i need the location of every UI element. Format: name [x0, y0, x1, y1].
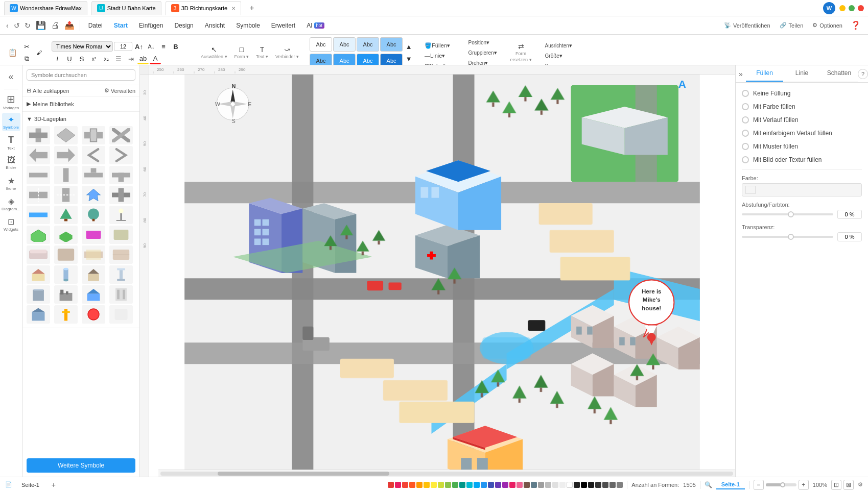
style-6[interactable]: Abc	[333, 54, 356, 65]
right-panel-help-button[interactable]: ?	[858, 69, 868, 79]
add-page-button[interactable]: +	[49, 480, 59, 490]
undo-button[interactable]: ↺	[12, 20, 22, 31]
style-5[interactable]: Abc	[310, 54, 332, 65]
manage-button[interactable]: ⚙ Verwalten	[104, 87, 135, 94]
indent-button[interactable]: ⇥	[125, 53, 136, 64]
color-swatch-black[interactable]	[581, 482, 587, 488]
symbol-road-1[interactable]	[27, 166, 50, 184]
color-swatch-indigo[interactable]	[488, 482, 494, 488]
fit-page-button[interactable]: ⊡	[831, 480, 841, 490]
style-8[interactable]: Abc	[380, 54, 403, 65]
publish-button[interactable]: 📡 Veröffentlichen	[720, 20, 775, 31]
symbol-tower-cranes[interactable]	[54, 305, 78, 324]
nav-back-button[interactable]: ‹	[4, 20, 11, 31]
symbol-plane-icon[interactable]	[82, 186, 105, 204]
color-swatch-almost-black[interactable]	[574, 482, 580, 488]
zoom-in-button[interactable]: +	[799, 480, 809, 490]
export-button[interactable]: 📤	[62, 19, 77, 31]
symbol-building-1[interactable]	[27, 285, 50, 304]
align-button[interactable]: Ausrichten ▾	[542, 41, 575, 50]
symbol-x-cross-1[interactable]	[27, 126, 50, 144]
format-paint-button[interactable]: 🖌	[33, 47, 44, 58]
color-swatch-amber[interactable]	[424, 482, 430, 488]
right-panel-collapse-button[interactable]: »	[736, 70, 746, 78]
style-4[interactable]: Abc	[380, 37, 403, 52]
settings-icon-button[interactable]: ⚙	[858, 481, 863, 488]
menu-einfuegen[interactable]: Einfügen	[134, 20, 168, 31]
menu-design[interactable]: Design	[169, 20, 198, 31]
shadow-tab[interactable]: Schatten	[820, 65, 858, 82]
symbol-pillar[interactable]	[109, 265, 133, 284]
symbol-chevron-left[interactable]	[82, 146, 105, 164]
menu-ansicht[interactable]: Ansicht	[200, 20, 230, 31]
color-swatch-brown[interactable]	[524, 482, 530, 488]
sidebar-item-diagrams[interactable]: ◈ Diagram...	[2, 194, 20, 213]
symbol-search-input[interactable]	[27, 69, 135, 81]
canvas-content[interactable]: N S W E	[149, 75, 735, 477]
h-scrollbar-thumb[interactable]	[218, 472, 389, 476]
symbol-small-house[interactable]	[82, 265, 105, 284]
symbol-x-cross-2[interactable]	[54, 126, 78, 144]
symbol-x-cross-4[interactable]	[109, 126, 133, 144]
farbe-color-picker[interactable]	[742, 183, 862, 196]
symbol-block-3[interactable]	[82, 226, 105, 244]
font-shrink-button[interactable]: A↓	[146, 41, 157, 52]
lock-button[interactable]: Sperren ▾	[542, 61, 570, 65]
align-button[interactable]: ≡	[158, 41, 169, 52]
save-button[interactable]: 💾	[34, 19, 48, 31]
symbol-block-tan-4[interactable]	[109, 245, 133, 264]
size-button[interactable]: Größe ▾	[542, 51, 566, 60]
symbol-blue-roof[interactable]	[27, 305, 50, 324]
symbol-block-tan-2[interactable]	[54, 245, 78, 264]
sidebar-item-images[interactable]: 🖼 Bilder	[2, 154, 20, 172]
symbol-road-3[interactable]	[82, 166, 105, 184]
font-grow-button[interactable]: A↑	[133, 41, 145, 52]
symbol-pillar-2[interactable]	[109, 285, 133, 304]
zoom-slider-thumb[interactable]	[780, 482, 785, 487]
style-3[interactable]: Abc	[357, 37, 379, 52]
bold-button[interactable]: B	[170, 41, 181, 52]
color-swatch-teal[interactable]	[459, 482, 465, 488]
symbol-road-4[interactable]	[109, 166, 133, 184]
symbol-line-blue[interactable]	[27, 206, 50, 224]
position-button[interactable]: Position ▾	[465, 38, 493, 47]
style-1[interactable]: Abc	[310, 37, 332, 52]
symbol-arrow-right[interactable]	[54, 146, 78, 164]
symbol-block-green-2[interactable]	[54, 226, 78, 244]
italic-button[interactable]: I	[52, 53, 63, 64]
symbol-x-cross-3[interactable]	[82, 126, 105, 144]
abstufung-thumb[interactable]	[788, 211, 794, 217]
color-swatch-red2[interactable]	[402, 482, 408, 488]
symbol-block-4[interactable]	[109, 226, 133, 244]
color-swatch-red[interactable]	[388, 482, 394, 488]
connector-button[interactable]: ⤻ Verbinder ▾	[272, 43, 302, 62]
symbol-partial[interactable]	[109, 305, 133, 324]
color-swatch-blue-grey[interactable]	[531, 482, 537, 488]
font-family-select[interactable]: Times New Roman Arial Calibri	[52, 41, 113, 52]
symbol-road-7[interactable]	[109, 186, 133, 204]
tab-richtungskarte[interactable]: 3 3D Richtungskarte ✕	[166, 1, 242, 15]
symbol-block-green-1[interactable]	[27, 226, 50, 244]
collapse-all-button[interactable]: ⊟ Alle zuklappen	[27, 87, 69, 94]
symbol-road-2[interactable]	[54, 166, 78, 184]
fill-option-simple-gradient[interactable]: Mit einfarbigem Verlauf füllen	[742, 129, 862, 138]
group-button[interactable]: Gruppieren ▾	[465, 48, 500, 57]
color-swatch-grey2[interactable]	[617, 482, 623, 488]
cut-button[interactable]: ✂	[21, 41, 32, 52]
symbol-factory[interactable]	[54, 285, 78, 304]
color-swatch-deep-purple[interactable]	[502, 482, 508, 488]
paste-button[interactable]: 📋	[5, 43, 20, 62]
print-button[interactable]: 🖨	[49, 20, 61, 31]
symbol-cylinder[interactable]	[54, 265, 78, 284]
menu-erweitert[interactable]: Erweitert	[266, 20, 300, 31]
sidebar-item-symbols[interactable]: ✦ Symbole	[2, 113, 20, 131]
select-button[interactable]: ↖ Auswählen ▾	[198, 43, 230, 62]
sidebar-item-templates[interactable]: ⊞ Vorlagen	[2, 92, 20, 111]
line-dropdown-button[interactable]: — Linie ▾	[421, 51, 448, 60]
options-button[interactable]: ⚙ Optionen	[808, 20, 847, 31]
style-7[interactable]: Abc	[357, 54, 379, 65]
font-color-button[interactable]: A	[150, 53, 161, 64]
color-swatch-lighter-grey[interactable]	[552, 482, 558, 488]
color-swatch-near-black[interactable]	[588, 482, 594, 488]
symbol-chevron-right[interactable]	[109, 146, 133, 164]
